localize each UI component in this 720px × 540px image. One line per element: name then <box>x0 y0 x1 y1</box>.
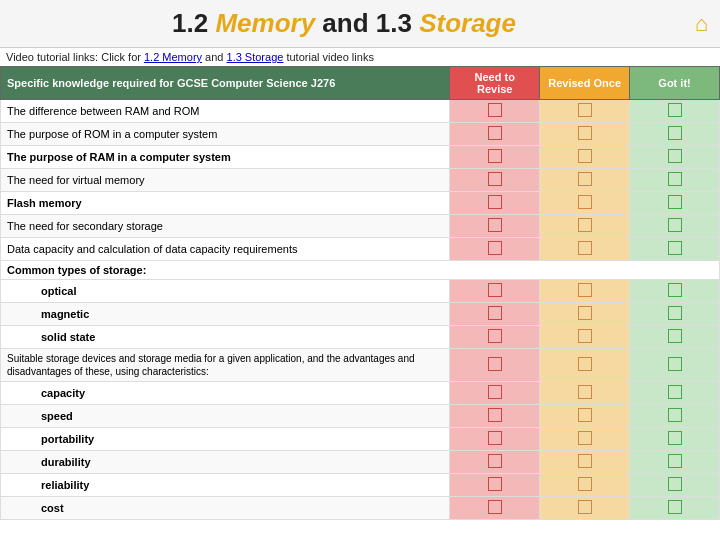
checkbox-need-to-revise[interactable] <box>450 192 540 215</box>
row-label: durability <box>1 451 450 474</box>
table-row: capacity <box>1 382 720 405</box>
checkbox-revised-once[interactable] <box>540 451 630 474</box>
checkbox-need-to-revise[interactable] <box>450 326 540 349</box>
row-label: Flash memory <box>1 192 450 215</box>
checkbox-got-it[interactable] <box>630 349 720 382</box>
checkbox-need-to-revise[interactable] <box>450 238 540 261</box>
checkbox-got-it[interactable] <box>630 280 720 303</box>
video-link-storage[interactable]: 1.3 Storage <box>227 51 284 63</box>
checkbox-revised-once[interactable] <box>540 123 630 146</box>
table-row: The difference between RAM and ROM <box>1 100 720 123</box>
table-row: Suitable storage devices and storage med… <box>1 349 720 382</box>
checkbox-got-it[interactable] <box>630 100 720 123</box>
table-row: Data capacity and calculation of data ca… <box>1 238 720 261</box>
checkbox-need-to-revise[interactable] <box>450 451 540 474</box>
row-label: portability <box>1 428 450 451</box>
checkbox-revised-once[interactable] <box>540 238 630 261</box>
checkbox-revised-once[interactable] <box>540 303 630 326</box>
row-label: capacity <box>1 382 450 405</box>
title-storage-num: 1.3 <box>376 8 419 38</box>
checkbox-need-to-revise[interactable] <box>450 303 540 326</box>
page-wrapper: 1.2 Memory and 1.3 Storage ⌂ Video tutor… <box>0 0 720 540</box>
checkbox-revised-once[interactable] <box>540 169 630 192</box>
table-row: The purpose of RAM in a computer system <box>1 146 720 169</box>
table-row: durability <box>1 451 720 474</box>
checkbox-got-it[interactable] <box>630 169 720 192</box>
checkbox-revised-once[interactable] <box>540 326 630 349</box>
table-row: reliability <box>1 474 720 497</box>
table-row: optical <box>1 280 720 303</box>
checkbox-revised-once[interactable] <box>540 215 630 238</box>
row-label: The need for virtual memory <box>1 169 450 192</box>
video-link-memory[interactable]: 1.2 Memory <box>144 51 202 63</box>
row-label: solid state <box>1 326 450 349</box>
title-memory: 1.2 <box>172 8 215 38</box>
checkbox-need-to-revise[interactable] <box>450 349 540 382</box>
table-row: magnetic <box>1 303 720 326</box>
row-label: The purpose of ROM in a computer system <box>1 123 450 146</box>
checkbox-need-to-revise[interactable] <box>450 474 540 497</box>
home-icon[interactable]: ⌂ <box>695 11 708 37</box>
checkbox-revised-once[interactable] <box>540 192 630 215</box>
col-need-to-revise: Need to Revise <box>450 67 540 100</box>
checkbox-got-it[interactable] <box>630 428 720 451</box>
checkbox-got-it[interactable] <box>630 405 720 428</box>
row-label: The difference between RAM and ROM <box>1 100 450 123</box>
page-title: 1.2 Memory and 1.3 Storage <box>172 8 516 39</box>
checkbox-got-it[interactable] <box>630 497 720 520</box>
checkbox-revised-once[interactable] <box>540 497 630 520</box>
checkbox-need-to-revise[interactable] <box>450 405 540 428</box>
checkbox-revised-once[interactable] <box>540 146 630 169</box>
col-revised-once: Revised Once <box>540 67 630 100</box>
checkbox-got-it[interactable] <box>630 238 720 261</box>
checkbox-revised-once[interactable] <box>540 100 630 123</box>
video-links-bar: Video tutorial links: Click for 1.2 Memo… <box>0 48 720 66</box>
checkbox-got-it[interactable] <box>630 146 720 169</box>
checkbox-revised-once[interactable] <box>540 405 630 428</box>
table-row: speed <box>1 405 720 428</box>
checkbox-got-it[interactable] <box>630 451 720 474</box>
table-row: The purpose of ROM in a computer system <box>1 123 720 146</box>
checkbox-need-to-revise[interactable] <box>450 123 540 146</box>
col-knowledge: Specific knowledge required for GCSE Com… <box>1 67 450 100</box>
row-label: The purpose of RAM in a computer system <box>1 146 450 169</box>
row-label: reliability <box>1 474 450 497</box>
checkbox-got-it[interactable] <box>630 474 720 497</box>
video-links-text-post: tutorial video links <box>283 51 374 63</box>
checkbox-revised-once[interactable] <box>540 474 630 497</box>
checkbox-got-it[interactable] <box>630 192 720 215</box>
row-label: The need for secondary storage <box>1 215 450 238</box>
checkbox-need-to-revise[interactable] <box>450 169 540 192</box>
row-label: cost <box>1 497 450 520</box>
title-storage-word: Storage <box>419 8 516 38</box>
checkbox-revised-once[interactable] <box>540 382 630 405</box>
table-body: The difference between RAM and ROMThe pu… <box>1 100 720 520</box>
video-links-text-mid: and <box>202 51 226 63</box>
knowledge-table: Specific knowledge required for GCSE Com… <box>0 66 720 520</box>
checkbox-revised-once[interactable] <box>540 280 630 303</box>
checkbox-revised-once[interactable] <box>540 428 630 451</box>
table-row: solid state <box>1 326 720 349</box>
checkbox-need-to-revise[interactable] <box>450 428 540 451</box>
table-row: The need for secondary storage <box>1 215 720 238</box>
checkbox-got-it[interactable] <box>630 382 720 405</box>
table-row: The need for virtual memory <box>1 169 720 192</box>
checkbox-got-it[interactable] <box>630 123 720 146</box>
row-label: magnetic <box>1 303 450 326</box>
checkbox-need-to-revise[interactable] <box>450 497 540 520</box>
table-row: cost <box>1 497 720 520</box>
table-row: Common types of storage: <box>1 261 720 280</box>
checkbox-need-to-revise[interactable] <box>450 100 540 123</box>
row-label: speed <box>1 405 450 428</box>
checkbox-need-to-revise[interactable] <box>450 215 540 238</box>
checkbox-need-to-revise[interactable] <box>450 382 540 405</box>
checkbox-got-it[interactable] <box>630 326 720 349</box>
checkbox-revised-once[interactable] <box>540 349 630 382</box>
row-label: Data capacity and calculation of data ca… <box>1 238 450 261</box>
checkbox-got-it[interactable] <box>630 215 720 238</box>
checkbox-need-to-revise[interactable] <box>450 146 540 169</box>
checkbox-need-to-revise[interactable] <box>450 280 540 303</box>
table-row: Flash memory <box>1 192 720 215</box>
video-links-text-pre: Video tutorial links: Click for <box>6 51 144 63</box>
checkbox-got-it[interactable] <box>630 303 720 326</box>
